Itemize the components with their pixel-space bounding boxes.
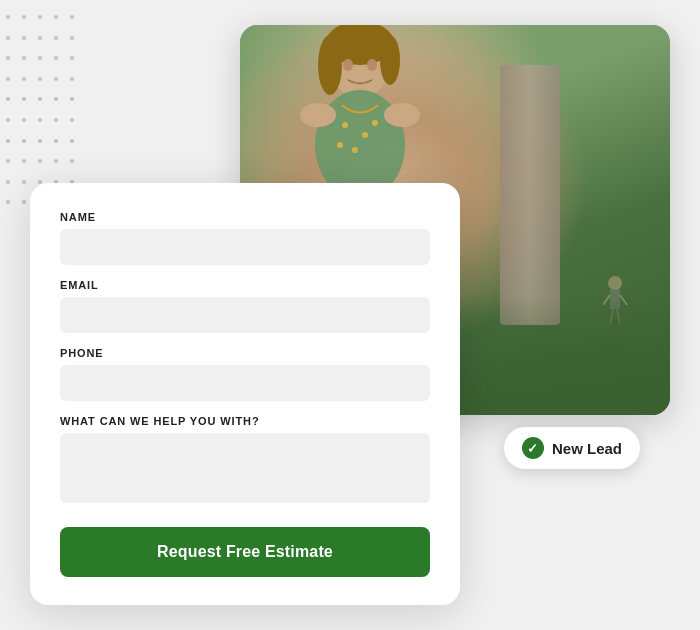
svg-point-12: [367, 59, 377, 71]
name-field-group: NAME: [60, 211, 430, 265]
svg-point-10: [337, 142, 343, 148]
new-lead-badge: ✓ New Lead: [504, 427, 640, 469]
email-label: EMAIL: [60, 279, 430, 291]
name-input[interactable]: [60, 229, 430, 265]
name-label: NAME: [60, 211, 430, 223]
svg-point-15: [608, 276, 622, 290]
svg-point-14: [384, 103, 420, 127]
email-input[interactable]: [60, 297, 430, 333]
help-label: WHAT CAN WE HELP YOU WITH?: [60, 415, 430, 427]
svg-point-8: [352, 147, 358, 153]
help-textarea[interactable]: [60, 433, 430, 503]
svg-point-11: [343, 59, 353, 71]
svg-point-9: [372, 120, 378, 126]
submit-button[interactable]: Request Free Estimate: [60, 527, 430, 577]
svg-point-3: [380, 35, 400, 85]
form-card: NAME EMAIL PHONE WHAT CAN WE HELP YOU WI…: [30, 183, 460, 605]
svg-point-13: [300, 103, 336, 127]
svg-point-6: [342, 122, 348, 128]
check-icon: ✓: [522, 437, 544, 459]
svg-point-2: [318, 35, 342, 95]
email-field-group: EMAIL: [60, 279, 430, 333]
stone-column: [500, 65, 560, 325]
phone-input[interactable]: [60, 365, 430, 401]
scene-container: for(let i=0;i<60;i++) document.currentSc…: [30, 25, 670, 605]
phone-field-group: PHONE: [60, 347, 430, 401]
help-field-group: WHAT CAN WE HELP YOU WITH?: [60, 415, 430, 507]
phone-label: PHONE: [60, 347, 430, 359]
new-lead-label: New Lead: [552, 440, 622, 457]
svg-point-7: [362, 132, 368, 138]
